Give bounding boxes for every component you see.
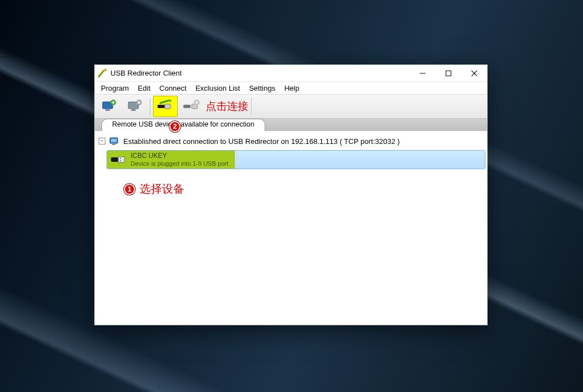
- svg-rect-8: [131, 109, 136, 111]
- menu-edit[interactable]: Edit: [133, 83, 155, 94]
- device-name: ICBC UKEY: [131, 152, 228, 160]
- svg-rect-17: [111, 139, 117, 142]
- device-chip: ICBC UKEY Device is plugged into 1-9 USB…: [107, 151, 235, 169]
- window-title: USB Redirector Client: [110, 69, 410, 77]
- tab-remote-devices[interactable]: Remote USB devices available for connect…: [101, 119, 265, 131]
- disconnect-device-button[interactable]: [179, 96, 203, 117]
- annotation-select-device-label: 选择设备: [140, 181, 184, 197]
- svg-rect-11: [165, 104, 170, 109]
- app-window: USB Redirector Client Program Edit Conne…: [94, 64, 488, 325]
- svg-rect-20: [118, 157, 124, 162]
- device-row[interactable]: ICBC UKEY Device is plugged into 1-9 USB…: [107, 150, 485, 169]
- remove-server-button[interactable]: [122, 96, 147, 117]
- svg-rect-19: [111, 157, 118, 162]
- annotation-badge-1: 1: [124, 184, 135, 195]
- minimize-button[interactable]: [410, 65, 436, 81]
- menu-program[interactable]: Program: [96, 83, 133, 94]
- svg-rect-5: [105, 109, 110, 111]
- tabstrip: Remote USB devices available for connect…: [95, 119, 487, 131]
- svg-rect-13: [183, 105, 191, 108]
- server-label: Established direct connection to USB Red…: [123, 137, 400, 146]
- svg-rect-10: [158, 105, 165, 108]
- titlebar[interactable]: USB Redirector Client: [95, 65, 487, 82]
- close-button[interactable]: [461, 65, 487, 81]
- device-subtext: Device is plugged into 1-9 USB port: [131, 160, 228, 167]
- annotation-badge-2: 2: [169, 121, 181, 132]
- svg-rect-22: [120, 160, 121, 161]
- tab-label: Remote USB devices available for connect…: [112, 120, 255, 128]
- svg-rect-18: [112, 144, 115, 145]
- menu-connect[interactable]: Connect: [155, 83, 191, 94]
- server-icon: [109, 136, 120, 147]
- toolbar-separator: [150, 98, 150, 115]
- toolbar-separator: [251, 98, 252, 115]
- tree-collapse-toggle[interactable]: −: [99, 138, 105, 144]
- toolbar: 点击连接: [95, 94, 487, 119]
- menu-help[interactable]: Help: [280, 83, 304, 94]
- device-tree-panel: − Established direct connection to USB R…: [95, 131, 487, 325]
- menu-settings[interactable]: Settings: [244, 83, 280, 94]
- annotation-select-device: 1 选择设备: [124, 181, 184, 197]
- menubar: Program Edit Connect Exclusion List Sett…: [95, 82, 487, 94]
- add-server-button[interactable]: [96, 96, 121, 117]
- menu-exclusion-list[interactable]: Exclusion List: [191, 83, 244, 94]
- annotation-click-connect: 点击连接: [206, 99, 248, 114]
- usb-plug-icon: [110, 155, 126, 164]
- svg-rect-1: [446, 71, 451, 76]
- svg-rect-21: [120, 158, 121, 159]
- app-icon: [98, 69, 107, 78]
- connect-device-button[interactable]: [153, 96, 178, 117]
- tree-server-node[interactable]: − Established direct connection to USB R…: [96, 134, 485, 148]
- maximize-button[interactable]: [436, 65, 461, 81]
